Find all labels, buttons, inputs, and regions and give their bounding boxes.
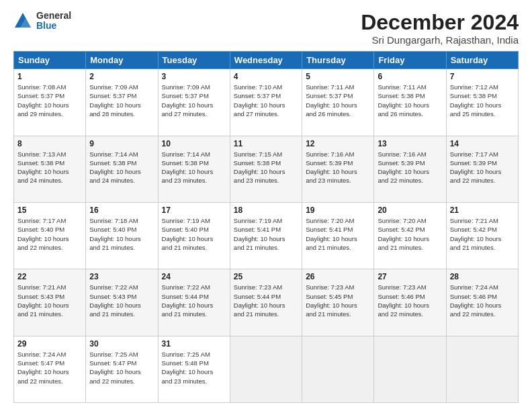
calendar-cell: 27Sunrise: 7:23 AM Sunset: 5:46 PM Dayli… xyxy=(374,269,446,336)
calendar-cell: 8Sunrise: 7:13 AM Sunset: 5:38 PM Daylig… xyxy=(14,136,86,202)
day-detail: Sunrise: 7:23 AM Sunset: 5:46 PM Dayligh… xyxy=(378,283,442,318)
day-number: 14 xyxy=(450,139,515,148)
calendar-cell: 25Sunrise: 7:23 AM Sunset: 5:44 PM Dayli… xyxy=(230,269,302,336)
day-detail: Sunrise: 7:23 AM Sunset: 5:45 PM Dayligh… xyxy=(306,283,370,318)
day-number: 1 xyxy=(17,72,82,81)
day-number: 15 xyxy=(17,205,82,215)
week-row-2: 8Sunrise: 7:13 AM Sunset: 5:38 PM Daylig… xyxy=(14,136,519,202)
title-block: December 2024 Sri Dungargarh, Rajasthan,… xyxy=(361,11,519,46)
week-row-1: 1Sunrise: 7:08 AM Sunset: 5:37 PM Daylig… xyxy=(14,69,519,136)
calendar-cell: 15Sunrise: 7:17 AM Sunset: 5:40 PM Dayli… xyxy=(14,202,86,269)
day-detail: Sunrise: 7:22 AM Sunset: 5:43 PM Dayligh… xyxy=(89,283,154,318)
logo-icon xyxy=(13,11,32,30)
day-detail: Sunrise: 7:25 AM Sunset: 5:47 PM Dayligh… xyxy=(89,350,154,385)
day-detail: Sunrise: 7:23 AM Sunset: 5:44 PM Dayligh… xyxy=(234,283,298,318)
day-number: 5 xyxy=(306,72,370,81)
calendar-cell: 10Sunrise: 7:14 AM Sunset: 5:38 PM Dayli… xyxy=(158,136,230,202)
day-detail: Sunrise: 7:11 AM Sunset: 5:38 PM Dayligh… xyxy=(378,83,442,118)
day-detail: Sunrise: 7:21 AM Sunset: 5:43 PM Dayligh… xyxy=(17,283,82,318)
day-number: 17 xyxy=(162,205,226,215)
day-detail: Sunrise: 7:25 AM Sunset: 5:48 PM Dayligh… xyxy=(162,350,226,385)
calendar-cell: 20Sunrise: 7:20 AM Sunset: 5:42 PM Dayli… xyxy=(374,202,446,269)
calendar-cell: 2Sunrise: 7:09 AM Sunset: 5:37 PM Daylig… xyxy=(86,69,158,136)
week-row-3: 15Sunrise: 7:17 AM Sunset: 5:40 PM Dayli… xyxy=(14,202,519,269)
day-number: 11 xyxy=(234,139,298,148)
calendar-cell: 22Sunrise: 7:21 AM Sunset: 5:43 PM Dayli… xyxy=(14,269,86,336)
day-detail: Sunrise: 7:13 AM Sunset: 5:38 PM Dayligh… xyxy=(17,150,82,185)
calendar-cell: 5Sunrise: 7:11 AM Sunset: 5:37 PM Daylig… xyxy=(302,69,374,136)
calendar-cell: 6Sunrise: 7:11 AM Sunset: 5:38 PM Daylig… xyxy=(374,69,446,136)
day-detail: Sunrise: 7:24 AM Sunset: 5:46 PM Dayligh… xyxy=(450,283,515,318)
calendar-cell: 21Sunrise: 7:21 AM Sunset: 5:42 PM Dayli… xyxy=(446,202,518,269)
col-saturday: Saturday xyxy=(446,52,518,69)
calendar-cell: 18Sunrise: 7:19 AM Sunset: 5:41 PM Dayli… xyxy=(230,202,302,269)
week-row-5: 29Sunrise: 7:24 AM Sunset: 5:47 PM Dayli… xyxy=(14,336,519,402)
day-number: 13 xyxy=(378,139,442,148)
calendar-cell: 28Sunrise: 7:24 AM Sunset: 5:46 PM Dayli… xyxy=(446,269,518,336)
logo: General Blue xyxy=(13,11,71,32)
day-detail: Sunrise: 7:19 AM Sunset: 5:40 PM Dayligh… xyxy=(162,216,226,252)
header: General Blue December 2024 Sri Dungargar… xyxy=(13,11,519,46)
day-number: 8 xyxy=(17,139,82,148)
day-detail: Sunrise: 7:17 AM Sunset: 5:39 PM Dayligh… xyxy=(450,150,515,185)
day-number: 16 xyxy=(89,205,154,215)
col-monday: Monday xyxy=(86,52,158,69)
calendar-cell: 26Sunrise: 7:23 AM Sunset: 5:45 PM Dayli… xyxy=(302,269,374,336)
day-detail: Sunrise: 7:16 AM Sunset: 5:39 PM Dayligh… xyxy=(378,150,442,185)
day-detail: Sunrise: 7:18 AM Sunset: 5:40 PM Dayligh… xyxy=(89,216,154,252)
col-thursday: Thursday xyxy=(302,52,374,69)
calendar-cell: 7Sunrise: 7:12 AM Sunset: 5:38 PM Daylig… xyxy=(446,69,518,136)
day-detail: Sunrise: 7:20 AM Sunset: 5:41 PM Dayligh… xyxy=(306,216,370,252)
logo-general-text: General xyxy=(36,11,71,21)
calendar-cell: 4Sunrise: 7:10 AM Sunset: 5:37 PM Daylig… xyxy=(230,69,302,136)
calendar-cell xyxy=(446,336,518,402)
day-detail: Sunrise: 7:14 AM Sunset: 5:38 PM Dayligh… xyxy=(162,150,226,185)
day-detail: Sunrise: 7:17 AM Sunset: 5:40 PM Dayligh… xyxy=(17,216,82,252)
calendar-cell: 12Sunrise: 7:16 AM Sunset: 5:39 PM Dayli… xyxy=(302,136,374,202)
day-number: 6 xyxy=(378,72,442,81)
week-row-4: 22Sunrise: 7:21 AM Sunset: 5:43 PM Dayli… xyxy=(14,269,519,336)
calendar-title: December 2024 xyxy=(361,11,519,34)
day-number: 23 xyxy=(89,272,154,281)
calendar-cell: 30Sunrise: 7:25 AM Sunset: 5:47 PM Dayli… xyxy=(86,336,158,402)
header-row: Sunday Monday Tuesday Wednesday Thursday… xyxy=(14,52,519,69)
day-number: 28 xyxy=(450,272,515,281)
col-tuesday: Tuesday xyxy=(158,52,230,69)
day-number: 2 xyxy=(89,72,154,81)
col-sunday: Sunday xyxy=(14,52,86,69)
calendar-cell: 16Sunrise: 7:18 AM Sunset: 5:40 PM Dayli… xyxy=(86,202,158,269)
calendar-cell: 31Sunrise: 7:25 AM Sunset: 5:48 PM Dayli… xyxy=(158,336,230,402)
calendar-cell: 24Sunrise: 7:22 AM Sunset: 5:44 PM Dayli… xyxy=(158,269,230,336)
day-number: 18 xyxy=(234,205,298,215)
calendar-cell: 13Sunrise: 7:16 AM Sunset: 5:39 PM Dayli… xyxy=(374,136,446,202)
day-detail: Sunrise: 7:21 AM Sunset: 5:42 PM Dayligh… xyxy=(450,216,515,252)
day-number: 20 xyxy=(378,205,442,215)
day-number: 9 xyxy=(89,139,154,148)
day-detail: Sunrise: 7:12 AM Sunset: 5:38 PM Dayligh… xyxy=(450,83,515,118)
day-detail: Sunrise: 7:16 AM Sunset: 5:39 PM Dayligh… xyxy=(306,150,370,185)
calendar-cell: 17Sunrise: 7:19 AM Sunset: 5:40 PM Dayli… xyxy=(158,202,230,269)
calendar-cell xyxy=(374,336,446,402)
calendar-cell: 23Sunrise: 7:22 AM Sunset: 5:43 PM Dayli… xyxy=(86,269,158,336)
day-number: 3 xyxy=(162,72,226,81)
calendar-subtitle: Sri Dungargarh, Rajasthan, India xyxy=(361,34,519,46)
day-number: 4 xyxy=(234,72,298,81)
day-number: 30 xyxy=(89,339,154,349)
calendar-cell xyxy=(230,336,302,402)
day-number: 26 xyxy=(306,272,370,281)
day-number: 19 xyxy=(306,205,370,215)
day-detail: Sunrise: 7:08 AM Sunset: 5:37 PM Dayligh… xyxy=(17,83,82,118)
calendar-cell: 9Sunrise: 7:14 AM Sunset: 5:38 PM Daylig… xyxy=(86,136,158,202)
day-number: 21 xyxy=(450,205,515,215)
calendar-cell: 29Sunrise: 7:24 AM Sunset: 5:47 PM Dayli… xyxy=(14,336,86,402)
col-friday: Friday xyxy=(374,52,446,69)
calendar-cell: 1Sunrise: 7:08 AM Sunset: 5:37 PM Daylig… xyxy=(14,69,86,136)
day-detail: Sunrise: 7:24 AM Sunset: 5:47 PM Dayligh… xyxy=(17,350,82,385)
day-number: 29 xyxy=(17,339,82,349)
day-number: 27 xyxy=(378,272,442,281)
day-detail: Sunrise: 7:14 AM Sunset: 5:38 PM Dayligh… xyxy=(89,150,154,185)
logo-blue-text: Blue xyxy=(36,21,71,31)
day-detail: Sunrise: 7:20 AM Sunset: 5:42 PM Dayligh… xyxy=(378,216,442,252)
day-detail: Sunrise: 7:09 AM Sunset: 5:37 PM Dayligh… xyxy=(162,83,226,118)
day-detail: Sunrise: 7:11 AM Sunset: 5:37 PM Dayligh… xyxy=(306,83,370,118)
